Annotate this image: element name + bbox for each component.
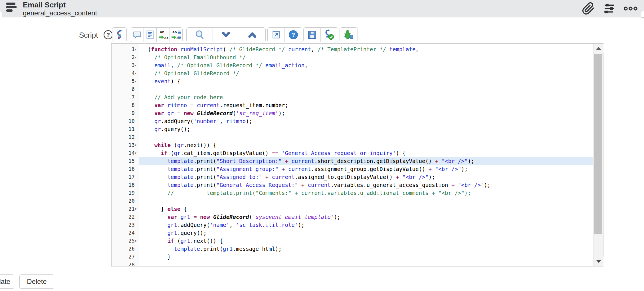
open-in-window-icon xyxy=(271,30,281,40)
replace-button[interactable]: abac xyxy=(157,28,169,42)
code-line-6[interactable]: 6 xyxy=(112,85,593,93)
update-button[interactable]: Update xyxy=(0,274,14,289)
code-text[interactable]: gr1.addQuery('name', 'sc_task.itil.role'… xyxy=(139,221,593,229)
fold-marker-icon[interactable]: ▾ xyxy=(135,77,139,85)
fold-marker-icon[interactable]: ▾ xyxy=(135,69,139,77)
code-text[interactable]: } else { xyxy=(139,205,593,213)
code-line-18[interactable]: 18 template.print("General Access Reques… xyxy=(112,181,593,189)
open-in-window-button[interactable] xyxy=(268,28,285,42)
code-text[interactable]: } xyxy=(139,253,593,261)
code-line-12[interactable]: 12 xyxy=(112,133,593,141)
gutter-cell: 23 xyxy=(112,221,139,229)
comment-button[interactable] xyxy=(131,28,144,42)
fold-marker-icon[interactable]: ▾ xyxy=(135,45,139,53)
code-text[interactable]: gr.query(); xyxy=(139,125,593,133)
code-line-28[interactable]: 28 xyxy=(112,261,593,266)
code-text[interactable] xyxy=(139,85,593,93)
fold-marker-icon[interactable]: ▾ xyxy=(135,237,139,245)
code-text[interactable]: var ritmno = current.request_item.number… xyxy=(139,101,593,109)
code-line-23[interactable]: 23 gr1.addQuery('name', 'sc_task.itil.ro… xyxy=(112,221,593,229)
fold-marker-icon[interactable]: ▾ xyxy=(135,149,139,157)
code-text[interactable]: /* Optional GlideRecord */ xyxy=(139,69,593,77)
code-text[interactable]: // Add your code here xyxy=(139,93,593,101)
code-line-24[interactable]: 24 gr1.query(); xyxy=(112,229,593,237)
scrollbar-up-button[interactable] xyxy=(593,44,603,53)
code-line-3[interactable]: 3▾ email, /* Optional GlideRecord */ ema… xyxy=(112,61,593,69)
code-line-9[interactable]: 9 var gr = new GlideRecord('sc_req_item'… xyxy=(112,109,593,117)
code-text[interactable]: (function runMailScript( /* GlideRecord … xyxy=(139,45,593,53)
code-text[interactable]: gr.addQuery('number', ritmno); xyxy=(139,117,593,125)
fold-marker-icon[interactable]: ▾ xyxy=(135,205,139,213)
code-text[interactable] xyxy=(139,197,593,205)
code-line-4[interactable]: 4▾ /* Optional GlideRecord */ xyxy=(112,69,593,77)
replace-all-button[interactable]: abac xyxy=(169,28,182,42)
code-text[interactable]: email, /* Optional GlideRecord */ email_… xyxy=(139,61,593,69)
attachment-button[interactable] xyxy=(581,2,595,16)
scrollbar-down-button[interactable] xyxy=(593,257,603,266)
find-next-button[interactable] xyxy=(213,28,239,42)
code-line-13[interactable]: 13▾ while (gr.next()) { xyxy=(112,141,593,149)
code-line-7[interactable]: 7 // Add your code here xyxy=(112,93,593,101)
code-line-25[interactable]: 25▾ if (gr1.next()) { xyxy=(112,237,593,245)
code-line-16[interactable]: 16 template.print("Assignment group:" + … xyxy=(112,165,593,173)
replace-all-icon: abac xyxy=(171,29,181,40)
code-line-21[interactable]: 21▾ } else { xyxy=(112,205,593,213)
code-text[interactable]: event) { xyxy=(139,77,593,85)
code-text[interactable]: template.print("Short Description:" + cu… xyxy=(139,157,593,165)
code-line-1[interactable]: 1▾(function runMailScript( /* GlideRecor… xyxy=(112,45,593,53)
more-options-button[interactable] xyxy=(623,2,638,16)
gutter-cell: 6 xyxy=(112,85,139,93)
code-line-10[interactable]: 10 gr.addQuery('number', ritmno); xyxy=(112,117,593,125)
scroll-up-icon xyxy=(596,47,601,50)
find-previous-button[interactable] xyxy=(239,28,265,42)
code-line-14[interactable]: 14▾ if (gr.cat_item.getDisplayValue() ==… xyxy=(112,149,593,157)
debug-button[interactable] xyxy=(340,28,358,42)
code-line-17[interactable]: 17 template.print("Assigned to:" + curre… xyxy=(112,173,593,181)
fold-marker-icon[interactable]: ▾ xyxy=(135,53,139,61)
code-line-2[interactable]: 2▾ /* Optional EmailOutbound */ xyxy=(112,53,593,61)
search-button[interactable] xyxy=(187,28,213,42)
format-code-button[interactable] xyxy=(144,28,157,42)
cutoff-panel-left xyxy=(0,11,2,19)
code-line-5[interactable]: 5▾ event) { xyxy=(112,77,593,85)
personalize-button[interactable] xyxy=(602,2,617,16)
script-editor[interactable]: 1▾(function runMailScript( /* GlideRecor… xyxy=(111,43,603,266)
gutter-cell: 17 xyxy=(112,173,139,181)
code-text[interactable]: gr1.query(); xyxy=(139,229,593,237)
code-text[interactable]: if (gr.cat_item.getDisplayValue() == 'Ge… xyxy=(139,149,593,157)
code-line-22[interactable]: 22 var gr1 = new GlideRecord('sysevent_e… xyxy=(112,213,593,221)
code-text[interactable] xyxy=(139,261,593,266)
replace-icon: abac xyxy=(158,29,168,40)
fold-marker-icon[interactable]: ▾ xyxy=(135,141,139,149)
code-text[interactable]: template.print("General Access Request:"… xyxy=(139,181,593,189)
code-text[interactable]: template.print(gr1.message_html); xyxy=(139,245,593,253)
help-button[interactable]: ? xyxy=(285,28,302,42)
scrollbar-thumb[interactable] xyxy=(594,54,602,234)
delete-button[interactable]: Delete xyxy=(19,274,54,289)
code-line-20[interactable]: 20 xyxy=(112,197,593,205)
code-line-8[interactable]: 8 var ritmno = current.request_item.numb… xyxy=(112,101,593,109)
code-line-15[interactable]: 15 template.print("Short Description:" +… xyxy=(112,157,593,165)
code-text[interactable]: while (gr.next()) { xyxy=(139,141,593,149)
code-text[interactable]: var gr1 = new GlideRecord('sysevent_emai… xyxy=(139,213,593,221)
fold-marker-icon[interactable]: ▾ xyxy=(135,61,139,69)
editor-scrollbar[interactable] xyxy=(593,44,603,266)
line-number: 10 xyxy=(128,117,139,125)
code-line-19[interactable]: 19 // template.print("Comments:" + curre… xyxy=(112,189,593,197)
code-text[interactable]: var gr = new GlideRecord('sc_req_item'); xyxy=(139,109,593,117)
save-button[interactable] xyxy=(304,28,321,42)
code-text[interactable]: template.print("Assigned to:" + current.… xyxy=(139,173,593,181)
code-text[interactable]: // template.print("Comments:" + current.… xyxy=(139,189,593,197)
syntax-check-button[interactable] xyxy=(321,28,338,42)
code-text[interactable]: if (gr1.next()) { xyxy=(139,237,593,245)
menu-button[interactable] xyxy=(5,1,18,14)
code-line-11[interactable]: 11 gr.query(); xyxy=(112,125,593,133)
code-text[interactable]: /* Optional EmailOutbound */ xyxy=(139,53,593,61)
code-line-26[interactable]: 26 template.print(gr1.message_html); xyxy=(112,245,593,253)
code-text[interactable]: template.print("Assignment group:" + cur… xyxy=(139,165,593,173)
svg-text:?: ? xyxy=(292,32,295,38)
syntax-editor-button[interactable] xyxy=(112,28,126,42)
gutter-cell: 7 xyxy=(112,93,139,101)
code-line-27[interactable]: 27 } xyxy=(112,253,593,261)
code-text[interactable] xyxy=(139,133,593,141)
